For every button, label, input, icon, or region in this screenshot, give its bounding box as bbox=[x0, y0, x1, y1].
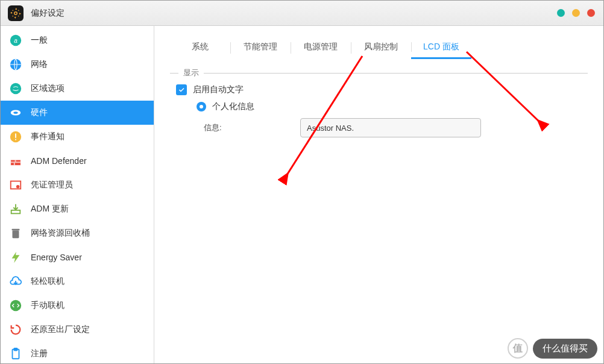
cloud-icon bbox=[9, 275, 22, 288]
sidebar-item-regional[interactable]: 区域选项 bbox=[1, 77, 154, 101]
sidebar-item-register[interactable]: 注册 bbox=[1, 342, 154, 363]
info-row: 信息: bbox=[204, 118, 588, 137]
alert-icon bbox=[9, 130, 22, 143]
sidebar-item-update[interactable]: ADM 更新 bbox=[1, 197, 154, 221]
tab-lcd[interactable]: LCD 面板 bbox=[411, 37, 471, 59]
svg-point-4 bbox=[10, 83, 21, 94]
svg-rect-8 bbox=[15, 134, 16, 138]
hardware-icon bbox=[9, 106, 22, 119]
sidebar-item-label: 事件通知 bbox=[31, 131, 64, 142]
svg-rect-22 bbox=[14, 348, 17, 351]
svg-rect-19 bbox=[12, 229, 20, 231]
checkbox-checked-icon bbox=[176, 84, 187, 95]
watermark: 值 什么值得买 bbox=[508, 338, 597, 359]
watermark-text: 什么值得买 bbox=[533, 339, 597, 359]
tab-fan[interactable]: 风扇控制 bbox=[351, 37, 411, 59]
sidebar-item-label: 还原至出厂设定 bbox=[31, 324, 90, 335]
sidebar-item-network[interactable]: 网络 bbox=[1, 52, 154, 77]
svg-point-0 bbox=[14, 11, 17, 14]
update-icon bbox=[9, 202, 22, 216]
manual-connect-icon bbox=[9, 299, 22, 312]
titlebar: 偏好设定 bbox=[1, 1, 603, 26]
tab-bar: 系统 节能管理 电源管理 风扇控制 LCD 面板 bbox=[170, 37, 588, 59]
sidebar: a 一般 网络 区域选项 硬件 事件通知 bbox=[1, 26, 154, 363]
firewall-icon bbox=[9, 154, 22, 168]
region-icon bbox=[9, 82, 22, 95]
window-controls bbox=[557, 9, 595, 17]
sidebar-item-label: 注册 bbox=[31, 348, 48, 359]
sidebar-item-label: ADM Defender bbox=[31, 156, 87, 166]
sidebar-item-manual[interactable]: 手动联机 bbox=[1, 293, 154, 318]
svg-text:a: a bbox=[14, 37, 17, 44]
general-icon: a bbox=[9, 34, 22, 47]
sidebar-item-label: 凭证管理员 bbox=[31, 180, 73, 190]
radio-checked-icon bbox=[197, 102, 206, 111]
tab-label: 电源管理 bbox=[304, 42, 338, 51]
sidebar-item-label: Energy Saver bbox=[31, 253, 82, 262]
sidebar-item-label: 手动联机 bbox=[31, 300, 64, 311]
minimize-button[interactable] bbox=[557, 9, 565, 17]
tab-label: 系统 bbox=[192, 42, 209, 51]
custom-info-row[interactable]: 个人化信息 bbox=[197, 101, 588, 112]
tab-label: 节能管理 bbox=[244, 42, 277, 51]
sidebar-item-label: ADM 更新 bbox=[31, 204, 69, 215]
sidebar-item-label: 一般 bbox=[31, 35, 48, 46]
info-field-label: 信息: bbox=[204, 122, 300, 133]
sidebar-item-recycle[interactable]: 网络资源回收桶 bbox=[1, 221, 154, 245]
svg-rect-9 bbox=[15, 139, 16, 140]
enable-scroll-label: 启用自动文字 bbox=[193, 84, 244, 95]
section-title: 显示 bbox=[183, 67, 199, 78]
reset-icon bbox=[9, 323, 22, 336]
sidebar-item-cert[interactable]: 凭证管理员 bbox=[1, 173, 154, 197]
watermark-badge: 值 bbox=[508, 338, 528, 359]
sidebar-item-label: 硬件 bbox=[31, 107, 48, 118]
sidebar-item-label: 网络资源回收桶 bbox=[31, 228, 90, 239]
sidebar-item-factory[interactable]: 还原至出厂设定 bbox=[1, 318, 154, 342]
svg-rect-18 bbox=[13, 230, 19, 238]
sidebar-item-label: 网络 bbox=[31, 59, 48, 70]
sidebar-item-label: 轻松联机 bbox=[31, 276, 64, 287]
info-input[interactable] bbox=[300, 118, 481, 137]
tab-system[interactable]: 系统 bbox=[170, 37, 230, 59]
sidebar-item-general[interactable]: a 一般 bbox=[1, 28, 154, 52]
sidebar-item-label: 区域选项 bbox=[31, 83, 64, 94]
globe-icon bbox=[9, 58, 22, 71]
content-area: 系统 节能管理 电源管理 风扇控制 LCD 面板 显示 启用自动文字 个人化信息… bbox=[154, 26, 603, 363]
svg-point-6 bbox=[13, 111, 17, 114]
window-title: 偏好设定 bbox=[31, 8, 64, 19]
sidebar-item-event[interactable]: 事件通知 bbox=[1, 125, 154, 149]
certificate-icon bbox=[9, 178, 22, 192]
app-icon bbox=[8, 5, 24, 21]
tab-power-mgmt[interactable]: 电源管理 bbox=[291, 37, 351, 59]
close-button[interactable] bbox=[587, 9, 595, 17]
tab-label: LCD 面板 bbox=[423, 42, 459, 51]
svg-rect-17 bbox=[11, 210, 20, 214]
sidebar-item-ezconnect[interactable]: 轻松联机 bbox=[1, 269, 154, 293]
svg-point-16 bbox=[16, 185, 19, 189]
enable-scroll-row[interactable]: 启用自动文字 bbox=[176, 84, 588, 95]
clipboard-icon bbox=[9, 347, 22, 360]
section-header-display: 显示 bbox=[170, 67, 588, 78]
sidebar-item-hardware[interactable]: 硬件 bbox=[1, 101, 154, 125]
bolt-icon bbox=[9, 251, 22, 264]
custom-info-label: 个人化信息 bbox=[212, 101, 254, 112]
tab-power-saving[interactable]: 节能管理 bbox=[230, 37, 291, 59]
sidebar-item-energy[interactable]: Energy Saver bbox=[1, 245, 154, 269]
sidebar-item-defender[interactable]: ADM Defender bbox=[1, 149, 154, 173]
tab-label: 风扇控制 bbox=[364, 42, 398, 51]
maximize-button[interactable] bbox=[572, 9, 580, 17]
main: a 一般 网络 区域选项 硬件 事件通知 bbox=[1, 26, 603, 363]
trash-icon bbox=[9, 227, 22, 240]
